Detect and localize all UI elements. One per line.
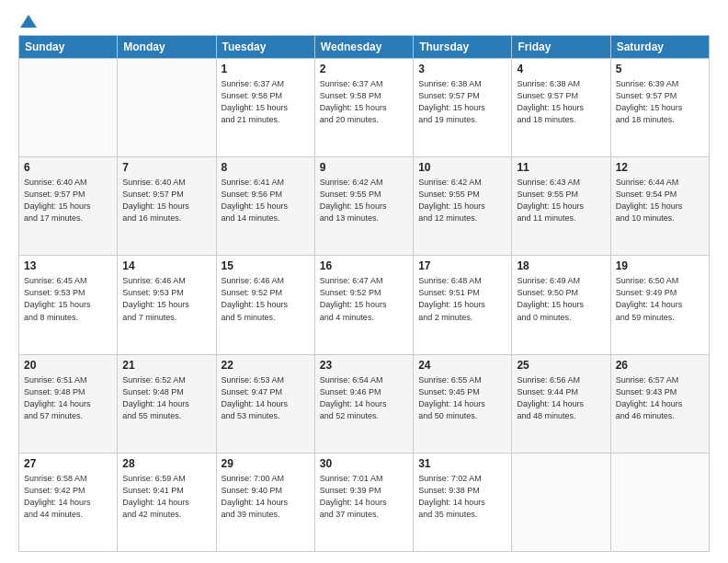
- day-info: Sunrise: 6:47 AM Sunset: 9:52 PM Dayligh…: [320, 275, 408, 323]
- day-number: 24: [418, 359, 506, 372]
- day-info: Sunrise: 6:55 AM Sunset: 9:45 PM Dayligh…: [418, 374, 506, 422]
- calendar-cell: [610, 453, 709, 551]
- dow-header-monday: Monday: [118, 36, 216, 59]
- day-info: Sunrise: 6:51 AM Sunset: 9:48 PM Dayligh…: [24, 374, 112, 422]
- day-number: 3: [418, 63, 506, 75]
- calendar-cell: 15Sunrise: 6:46 AM Sunset: 9:52 PM Dayli…: [216, 256, 314, 354]
- week-row-5: 27Sunrise: 6:58 AM Sunset: 9:42 PM Dayli…: [19, 453, 710, 551]
- day-number: 27: [24, 457, 112, 470]
- calendar-cell: 28Sunrise: 6:59 AM Sunset: 9:41 PM Dayli…: [118, 453, 216, 551]
- day-info: Sunrise: 6:41 AM Sunset: 9:56 PM Dayligh…: [222, 177, 310, 224]
- day-info: Sunrise: 6:38 AM Sunset: 9:57 PM Dayligh…: [517, 78, 605, 126]
- days-of-week-row: SundayMondayTuesdayWednesdayThursdayFrid…: [19, 36, 710, 59]
- calendar-cell: 7Sunrise: 6:40 AM Sunset: 9:57 PM Daylig…: [118, 157, 216, 256]
- calendar-cell: 5Sunrise: 6:39 AM Sunset: 9:57 PM Daylig…: [610, 59, 709, 157]
- day-number: 9: [320, 161, 408, 174]
- calendar-cell: 24Sunrise: 6:55 AM Sunset: 9:45 PM Dayli…: [414, 354, 512, 453]
- week-row-3: 13Sunrise: 6:45 AM Sunset: 9:53 PM Dayli…: [19, 256, 710, 354]
- day-info: Sunrise: 6:48 AM Sunset: 9:51 PM Dayligh…: [418, 275, 506, 323]
- day-info: Sunrise: 6:52 AM Sunset: 9:48 PM Dayligh…: [122, 374, 210, 422]
- day-info: Sunrise: 6:43 AM Sunset: 9:55 PM Dayligh…: [517, 177, 605, 224]
- day-info: Sunrise: 7:00 AM Sunset: 9:40 PM Dayligh…: [222, 473, 310, 521]
- calendar-cell: 11Sunrise: 6:43 AM Sunset: 9:55 PM Dayli…: [512, 157, 610, 256]
- day-info: Sunrise: 6:40 AM Sunset: 9:57 PM Dayligh…: [24, 177, 112, 224]
- day-number: 8: [222, 161, 310, 174]
- day-number: 6: [24, 161, 112, 174]
- calendar-cell: 21Sunrise: 6:52 AM Sunset: 9:48 PM Dayli…: [118, 354, 216, 453]
- week-row-1: 1Sunrise: 6:37 AM Sunset: 9:58 PM Daylig…: [19, 59, 710, 157]
- calendar-cell: 8Sunrise: 6:41 AM Sunset: 9:56 PM Daylig…: [216, 157, 314, 256]
- week-row-4: 20Sunrise: 6:51 AM Sunset: 9:48 PM Dayli…: [19, 354, 710, 453]
- day-number: 31: [418, 457, 506, 470]
- day-number: 23: [320, 359, 408, 372]
- day-number: 12: [616, 161, 704, 174]
- day-number: 28: [122, 457, 210, 470]
- calendar-cell: [19, 59, 118, 157]
- calendar-cell: [118, 59, 216, 157]
- calendar-cell: 27Sunrise: 6:58 AM Sunset: 9:42 PM Dayli…: [19, 453, 118, 551]
- day-number: 25: [517, 359, 605, 372]
- calendar-cell: 6Sunrise: 6:40 AM Sunset: 9:57 PM Daylig…: [19, 157, 118, 256]
- calendar-cell: 16Sunrise: 6:47 AM Sunset: 9:52 PM Dayli…: [314, 256, 413, 354]
- svg-marker-0: [20, 15, 37, 28]
- day-info: Sunrise: 6:37 AM Sunset: 9:58 PM Dayligh…: [320, 78, 408, 126]
- calendar-cell: 22Sunrise: 6:53 AM Sunset: 9:47 PM Dayli…: [216, 354, 314, 453]
- dow-header-saturday: Saturday: [610, 36, 709, 59]
- calendar-cell: 19Sunrise: 6:50 AM Sunset: 9:49 PM Dayli…: [610, 256, 709, 354]
- day-info: Sunrise: 6:56 AM Sunset: 9:44 PM Dayligh…: [517, 374, 605, 422]
- calendar-cell: 9Sunrise: 6:42 AM Sunset: 9:55 PM Daylig…: [314, 157, 413, 256]
- dow-header-thursday: Thursday: [414, 36, 512, 59]
- day-number: 7: [122, 161, 210, 174]
- day-number: 18: [517, 259, 605, 272]
- dow-header-friday: Friday: [512, 36, 610, 59]
- calendar-cell: 14Sunrise: 6:46 AM Sunset: 9:53 PM Dayli…: [118, 256, 216, 354]
- day-info: Sunrise: 6:37 AM Sunset: 9:58 PM Dayligh…: [222, 78, 310, 126]
- day-info: Sunrise: 6:50 AM Sunset: 9:49 PM Dayligh…: [616, 275, 704, 323]
- calendar-cell: 13Sunrise: 6:45 AM Sunset: 9:53 PM Dayli…: [19, 256, 118, 354]
- day-number: 30: [320, 457, 408, 470]
- day-info: Sunrise: 6:58 AM Sunset: 9:42 PM Dayligh…: [24, 473, 112, 521]
- week-row-2: 6Sunrise: 6:40 AM Sunset: 9:57 PM Daylig…: [19, 157, 710, 256]
- calendar-cell: 31Sunrise: 7:02 AM Sunset: 9:38 PM Dayli…: [414, 453, 512, 551]
- day-number: 26: [616, 359, 704, 372]
- page-header: [18, 17, 710, 26]
- day-info: Sunrise: 6:45 AM Sunset: 9:53 PM Dayligh…: [24, 275, 112, 323]
- day-number: 2: [320, 63, 408, 75]
- calendar-cell: 26Sunrise: 6:57 AM Sunset: 9:43 PM Dayli…: [610, 354, 709, 453]
- day-number: 10: [418, 161, 506, 174]
- calendar-cell: 12Sunrise: 6:44 AM Sunset: 9:54 PM Dayli…: [610, 157, 709, 256]
- calendar-cell: 3Sunrise: 6:38 AM Sunset: 9:57 PM Daylig…: [414, 59, 512, 157]
- calendar-cell: 30Sunrise: 7:01 AM Sunset: 9:39 PM Dayli…: [314, 453, 413, 551]
- day-number: 16: [320, 259, 408, 272]
- calendar-cell: [512, 453, 610, 551]
- logo-icon: [20, 15, 37, 28]
- calendar-cell: 4Sunrise: 6:38 AM Sunset: 9:57 PM Daylig…: [512, 59, 610, 157]
- day-info: Sunrise: 6:40 AM Sunset: 9:57 PM Dayligh…: [122, 177, 210, 224]
- day-number: 5: [616, 63, 704, 75]
- day-number: 14: [122, 259, 210, 272]
- day-number: 22: [222, 359, 310, 372]
- day-info: Sunrise: 6:49 AM Sunset: 9:50 PM Dayligh…: [517, 275, 605, 323]
- day-number: 11: [517, 161, 605, 174]
- dow-header-wednesday: Wednesday: [314, 36, 413, 59]
- calendar-cell: 25Sunrise: 6:56 AM Sunset: 9:44 PM Dayli…: [512, 354, 610, 453]
- day-number: 17: [418, 259, 506, 272]
- day-number: 4: [517, 63, 605, 75]
- day-info: Sunrise: 6:39 AM Sunset: 9:57 PM Dayligh…: [616, 78, 704, 126]
- day-number: 19: [616, 259, 704, 272]
- day-number: 13: [24, 259, 112, 272]
- calendar-cell: 23Sunrise: 6:54 AM Sunset: 9:46 PM Dayli…: [314, 354, 413, 453]
- day-number: 20: [24, 359, 112, 372]
- day-number: 15: [222, 259, 310, 272]
- day-info: Sunrise: 6:57 AM Sunset: 9:43 PM Dayligh…: [616, 374, 704, 422]
- calendar: SundayMondayTuesdayWednesdayThursdayFrid…: [18, 35, 710, 552]
- day-info: Sunrise: 6:53 AM Sunset: 9:47 PM Dayligh…: [222, 374, 310, 422]
- day-number: 29: [222, 457, 310, 470]
- day-info: Sunrise: 6:42 AM Sunset: 9:55 PM Dayligh…: [320, 177, 408, 224]
- calendar-cell: 18Sunrise: 6:49 AM Sunset: 9:50 PM Dayli…: [512, 256, 610, 354]
- day-info: Sunrise: 6:44 AM Sunset: 9:54 PM Dayligh…: [616, 177, 704, 224]
- day-info: Sunrise: 6:42 AM Sunset: 9:55 PM Dayligh…: [418, 177, 506, 224]
- day-info: Sunrise: 7:01 AM Sunset: 9:39 PM Dayligh…: [320, 473, 408, 521]
- day-number: 1: [222, 63, 310, 75]
- dow-header-sunday: Sunday: [19, 36, 118, 59]
